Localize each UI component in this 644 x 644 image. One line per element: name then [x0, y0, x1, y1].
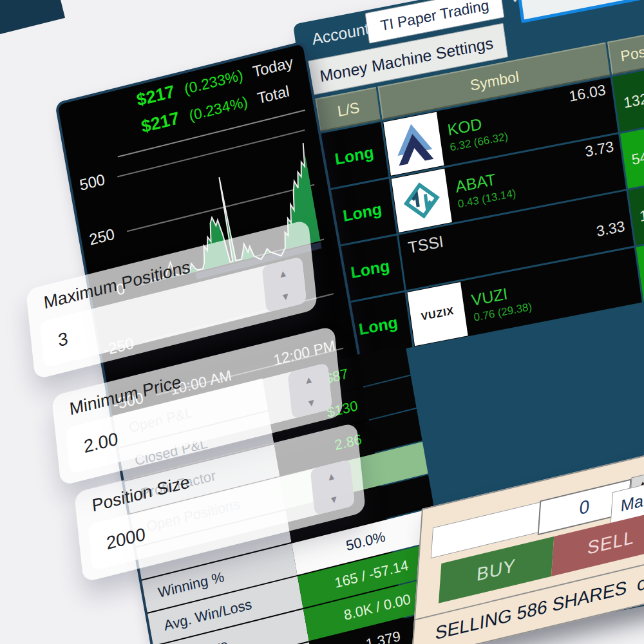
stepper: ▲ ▼: [310, 459, 355, 515]
pnl-today-label: Today: [251, 52, 299, 81]
pnl-today-value: $217: [135, 82, 176, 111]
price-text: 16.03: [568, 81, 607, 106]
header-pos[interactable]: Pos (Shr): [607, 26, 644, 75]
ytick-250: 250: [88, 225, 116, 249]
stepper: ▲ ▼: [288, 363, 333, 419]
stepper: ▲ ▼: [262, 256, 307, 312]
price-text: 3.73: [584, 138, 615, 160]
side-cell: Long: [320, 122, 388, 188]
order-type-value: Market: [620, 484, 644, 516]
order-type-select[interactable]: Market: [611, 460, 644, 524]
symbol-text: TSSI: [407, 232, 445, 257]
stop-money-machine-button[interactable]: Stop Money Machine: [515, 0, 644, 23]
buy-label: BUY: [476, 554, 516, 585]
abat-logo-icon: [392, 169, 452, 232]
kod-logo-icon: [383, 112, 444, 176]
vuzix-logo-icon: VUZIX: [407, 282, 468, 346]
price-text: 3.33: [595, 218, 626, 240]
account-label: Account: [310, 19, 370, 49]
ytick-500: 500: [78, 171, 106, 194]
quantity-value: 0: [578, 495, 590, 519]
background-window-corner: [0, 0, 65, 40]
sell-label: SELL: [587, 526, 635, 558]
